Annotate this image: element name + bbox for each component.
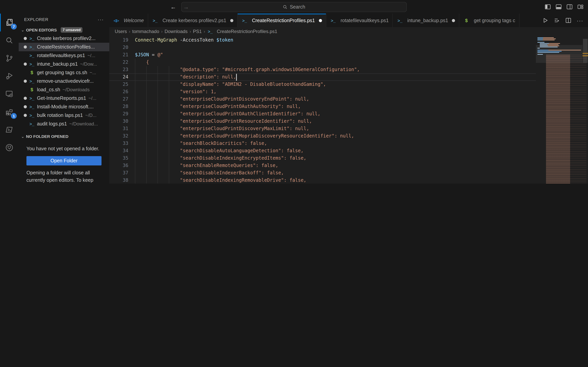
run-selection-icon[interactable] xyxy=(554,17,560,23)
open-editors-header[interactable]: ⌄ OPEN EDITORS 7 unsaved xyxy=(19,25,109,34)
open-editor-item[interactable]: $load_cs.sh~/Downloads xyxy=(19,85,109,94)
unsaved-dot-icon xyxy=(319,19,322,22)
breadcrumb-text: tommachado xyxy=(132,29,159,34)
no-folder-text-2: Opening a folder will close all currentl… xyxy=(26,169,102,184)
editor-tab[interactable]: >_CreateRestrictionProfiles.ps1 xyxy=(238,14,326,27)
powershell-file-icon: >_ xyxy=(330,18,336,23)
code-line: 32 "enterpriseCloudPrintMopriaDiscoveryR… xyxy=(109,133,588,140)
line-number: 29 xyxy=(109,110,128,118)
open-editor-item[interactable]: >_Create kerberos profilev2... xyxy=(19,34,109,43)
open-editor-item[interactable]: >_rotatefilevaultkeys.ps1~/... xyxy=(19,51,109,60)
explorer-more-actions-icon[interactable]: ··· xyxy=(98,17,104,22)
activity-run-debug[interactable] xyxy=(0,67,19,85)
toggle-panel-icon[interactable] xyxy=(556,4,562,10)
editor-tab[interactable]: ◁▷Welcome xyxy=(109,14,148,27)
line-number: 36 xyxy=(109,162,128,169)
token-str: "displayName": "ADMIN2 - DisableBluetoot… xyxy=(135,82,326,87)
code-text: "displayName": "ADMIN2 - DisableBluetoot… xyxy=(135,81,326,88)
line-number: 32 xyxy=(109,133,128,140)
powershell-file-icon: >_ xyxy=(29,45,35,49)
open-editor-name: bulk rotation laps.ps1 xyxy=(37,113,83,118)
code-text: "enterpriseCloudPrintOAuthClientIdentifi… xyxy=(135,110,320,118)
code-line: 29 "enterpriseCloudPrintOAuthClientIdent… xyxy=(109,110,588,118)
breadcrumb-item[interactable]: PS1 xyxy=(193,29,202,34)
powershell-file-icon: >_ xyxy=(29,62,35,67)
breadcrumb-item[interactable]: tommachado xyxy=(132,29,159,34)
activity-remote-explorer[interactable] xyxy=(0,85,19,103)
minimap[interactable] xyxy=(536,36,583,184)
vscode-logo-icon: ◁▷ xyxy=(113,18,119,22)
breadcrumb-item[interactable]: Users xyxy=(115,29,127,34)
activity-powershell[interactable] xyxy=(0,121,19,139)
open-editor-path: ~/Downloads xyxy=(63,87,90,92)
activity-source-control[interactable] xyxy=(0,49,19,67)
activity-extensions[interactable]: 1 xyxy=(0,103,19,121)
more-actions-icon[interactable]: ··· xyxy=(577,17,583,24)
tab-label: CreateRestrictionProfiles.ps1 xyxy=(252,18,315,23)
open-editor-item[interactable]: >_bulk rotation laps.ps1~/D... xyxy=(19,111,109,120)
unsaved-dot-icon xyxy=(24,80,27,83)
open-editor-name: audit logs.ps1 xyxy=(37,121,67,127)
editor-tab[interactable]: >_intune_backup.ps1 xyxy=(393,14,459,27)
open-editor-item[interactable]: >_remove-unactivedevicefr... xyxy=(19,77,109,85)
explorer-badge: 7 xyxy=(11,24,17,30)
token-plain: -AccessToken xyxy=(177,37,216,43)
title-bar: ← → Search xyxy=(0,0,588,14)
toggle-sidebar-icon[interactable] xyxy=(545,4,551,10)
powershell-file-icon: >_ xyxy=(29,113,35,118)
run-script-icon[interactable] xyxy=(543,17,548,23)
activity-explorer[interactable]: 7 xyxy=(0,14,19,32)
shell-file-icon: $ xyxy=(463,18,470,23)
line-number: 25 xyxy=(109,81,128,88)
token-str: "searchEnableRemoteQueries": false, xyxy=(135,163,278,168)
line-number: 37 xyxy=(109,169,128,177)
split-editor-icon[interactable] xyxy=(565,17,571,23)
open-editor-item[interactable]: $get grouping tags cs.sh~... xyxy=(19,68,109,77)
editor-scrollbar[interactable] xyxy=(583,36,588,184)
navigate-back-icon[interactable]: ← xyxy=(170,3,176,10)
activity-bar: 7 1 1 ⚙ 1 xyxy=(0,14,19,184)
open-editor-item[interactable]: >_intune_backup.ps1~/Dow... xyxy=(19,60,109,68)
unsaved-badge: 7 unsaved xyxy=(61,27,83,33)
token-var: $JSON xyxy=(135,52,149,58)
line-number: 27 xyxy=(109,96,128,103)
unsaved-dot-icon xyxy=(452,19,455,22)
tab-bar: ◁▷Welcome>_Create kerberos profilev2.ps1… xyxy=(109,14,588,27)
code-line: 31 "enterpriseCloudPrintDiscoveryMaxLimi… xyxy=(109,125,588,133)
dirty-indicator xyxy=(22,105,29,108)
toggle-secondary-sidebar-icon[interactable] xyxy=(567,4,572,10)
editor-tab[interactable]: >_Create kerberos profilev2.ps1 xyxy=(148,14,238,27)
unsaved-dot-icon xyxy=(230,19,233,22)
editor-tab[interactable]: $get grouping tags c xyxy=(459,14,519,27)
token-str: "searchBlockDiacritics": false, xyxy=(135,141,267,146)
powershell-file-icon: >_ xyxy=(397,18,403,23)
line-number: 22 xyxy=(109,59,128,66)
activity-search[interactable] xyxy=(0,32,19,49)
open-folder-button[interactable]: Open Folder xyxy=(26,156,102,166)
code-text: "searchDisableIndexingEncryptedItems": f… xyxy=(135,155,306,162)
token-str: "enterpriseCloudPrintMopriaDiscoveryReso… xyxy=(135,133,354,139)
scrollbar-slider[interactable] xyxy=(583,39,588,63)
code-text: "enterpriseCloudPrintDiscoveryMaxLimit":… xyxy=(135,125,309,133)
open-editor-item[interactable]: >_audit logs.ps1~/Download... xyxy=(19,120,109,128)
code-editor[interactable]: 19Connect-MgGraph -AccessToken $token202… xyxy=(109,36,588,184)
activity-github[interactable] xyxy=(0,139,19,157)
open-editor-item[interactable]: >_Install-Module microsoft.... xyxy=(19,102,109,111)
navigate-forward-icon[interactable]: → xyxy=(183,3,189,10)
unsaved-dot-icon xyxy=(24,45,27,49)
breadcrumb-item[interactable]: Downloads xyxy=(164,29,188,34)
open-editor-path: ~/Dow... xyxy=(80,61,97,67)
command-center-search[interactable]: Search xyxy=(181,2,407,12)
open-editor-item[interactable]: >_Get-IntuneReports.ps1~/... xyxy=(19,94,109,102)
no-folder-body: You have not yet opened a folder. Open F… xyxy=(19,141,109,184)
breadcrumb-item[interactable]: >_CreateRestrictionProfiles.ps1 xyxy=(207,29,277,34)
token-str: "enterpriseCloudPrintOAuthClientIdentifi… xyxy=(135,111,320,117)
sidebar-title: EXPLORER xyxy=(24,17,48,22)
customize-layout-icon[interactable] xyxy=(578,4,583,10)
editor-tab[interactable]: >_rotatefilevaultkeys.ps1 xyxy=(326,14,393,27)
no-folder-header[interactable]: ⌄ NO FOLDER OPENED xyxy=(19,132,109,141)
indent-guide xyxy=(169,66,169,184)
code-line: 25 "displayName": "ADMIN2 - DisableBluet… xyxy=(109,81,588,88)
open-editor-item[interactable]: >_CreateRestrictionProfiles... xyxy=(19,43,109,51)
text-cursor xyxy=(236,74,237,81)
